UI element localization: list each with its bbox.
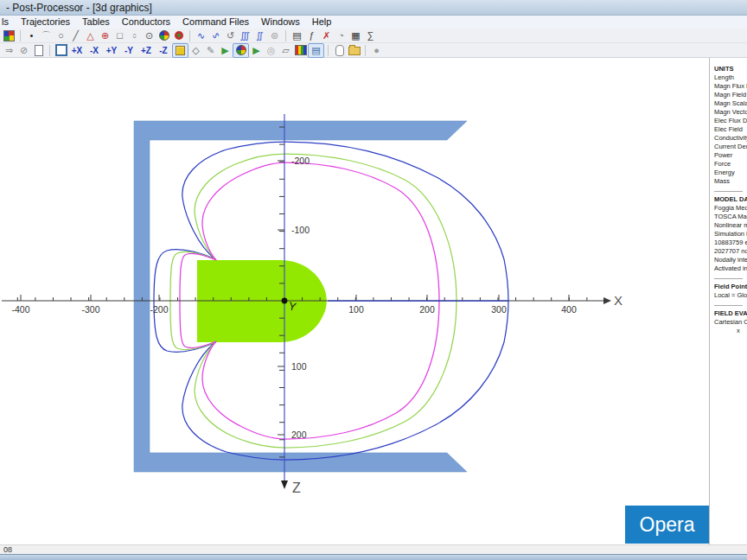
point-icon[interactable]: • bbox=[24, 29, 39, 42]
sphere-icon[interactable]: ⊙ bbox=[142, 29, 156, 42]
panel-row: Cartesian C bbox=[714, 318, 743, 327]
panel-row: Nodally inter bbox=[714, 256, 743, 264]
panel-row: Magn Flux D bbox=[714, 82, 743, 91]
contour-plot-icon-glyph bbox=[159, 30, 169, 41]
toolbar-separator bbox=[49, 45, 50, 56]
function-icon[interactable]: ƒ bbox=[304, 29, 319, 42]
volume-integral-icon[interactable]: ∭ bbox=[238, 29, 252, 42]
ring-icon[interactable] bbox=[171, 29, 186, 42]
x-axis-tick-label: 400 bbox=[561, 304, 577, 315]
window-title: - Post-Processor - [3d graphics] bbox=[6, 2, 152, 14]
view-minus-z-button[interactable]: -Z bbox=[155, 44, 172, 57]
document-icon-glyph bbox=[35, 45, 43, 56]
field-line-icon[interactable]: ∿ bbox=[194, 29, 208, 42]
z-axis-label: Z bbox=[292, 480, 301, 495]
panel-row: x bbox=[714, 327, 743, 335]
ellipse-icon[interactable]: ○ bbox=[130, 29, 140, 42]
search-icon[interactable]: ⊚ bbox=[267, 29, 282, 42]
panel-row: Magn Vector bbox=[714, 108, 743, 117]
sum-icon[interactable]: ∑ bbox=[363, 29, 378, 42]
z-axis-tick-label: -100 bbox=[291, 225, 310, 235]
z-axis-tick-label: -200 bbox=[291, 156, 310, 166]
x-axis-label: X bbox=[614, 293, 622, 308]
arc-icon[interactable]: ⌒ bbox=[39, 29, 54, 42]
box-icon[interactable]: □ bbox=[112, 29, 127, 42]
patch-icon[interactable]: △ bbox=[83, 29, 98, 42]
view-plus-x-button[interactable]: +X bbox=[68, 44, 86, 57]
menu-item-conductors[interactable]: Conductors bbox=[116, 16, 176, 29]
pencil-icon[interactable]: ✎ bbox=[203, 44, 218, 57]
panel-row: Energy bbox=[714, 169, 743, 177]
plot-canvas[interactable]: -400-300-200100200300400X-200-100100200Z… bbox=[0, 58, 709, 544]
panel-row: Magn Scalar bbox=[714, 99, 743, 108]
record-icon[interactable]: ● bbox=[369, 44, 384, 57]
z-axis-tick-label: 200 bbox=[291, 430, 307, 440]
application-window: - Post-Processor - [3d graphics] lsTraje… bbox=[0, 0, 747, 560]
section-plane-icon[interactable]: ▱ bbox=[278, 44, 293, 57]
fit-view-icon[interactable] bbox=[54, 44, 68, 57]
shaded-plot-icon[interactable] bbox=[233, 43, 249, 58]
mouse-icon[interactable] bbox=[332, 44, 347, 57]
panel-row: Force bbox=[714, 160, 743, 169]
toolbar-separator bbox=[365, 45, 366, 56]
menu-item-command-files[interactable]: Command Files bbox=[176, 16, 255, 29]
legend-icon[interactable] bbox=[293, 44, 308, 57]
panel-header: FIELD EVAL bbox=[714, 309, 743, 318]
legend-icon-glyph bbox=[295, 45, 307, 55]
view-plus-y-button[interactable]: +Y bbox=[103, 44, 120, 57]
target-icon[interactable]: ◎ bbox=[264, 44, 278, 57]
mesh-icon[interactable]: ⊕ bbox=[98, 29, 112, 42]
calculator-icon[interactable]: ▤ bbox=[290, 29, 304, 42]
circle-icon[interactable]: ○ bbox=[54, 29, 68, 42]
panel-row: Current Den bbox=[714, 143, 743, 151]
document-icon[interactable] bbox=[31, 44, 46, 57]
app-colors-icon[interactable] bbox=[2, 29, 16, 42]
pin-icon[interactable]: ✗ bbox=[319, 29, 334, 42]
x-axis-arrow bbox=[603, 297, 611, 304]
x-axis-tick-label: 300 bbox=[491, 304, 507, 315]
app-colors-icon-glyph bbox=[3, 30, 15, 41]
menu-item-tables[interactable]: Tables bbox=[76, 16, 116, 29]
view-plus-z-button[interactable]: +Z bbox=[137, 44, 155, 57]
menu-item-ls[interactable]: ls bbox=[0, 16, 15, 29]
z-axis-tick-label: 100 bbox=[291, 361, 307, 372]
panel-header: UNITS bbox=[714, 65, 743, 73]
opera-logo-label: Opera bbox=[640, 513, 695, 536]
toolbar-draw: •⌒○╱△⊕□○⊙∿∿↺∭∬⊚▤ƒ✗◔▦∑ bbox=[0, 29, 747, 43]
menu-item-help[interactable]: Help bbox=[306, 16, 338, 29]
panel-header: MODEL DAT bbox=[714, 195, 743, 204]
panel-row: Nonlinear ma bbox=[714, 221, 743, 230]
eraser-icon[interactable]: ⊘ bbox=[16, 44, 31, 57]
wire-cube-icon[interactable]: ◇ bbox=[188, 44, 203, 57]
contour-plot-icon[interactable] bbox=[156, 29, 171, 42]
panel-row: Magn Field bbox=[714, 91, 743, 99]
ring-icon-glyph bbox=[175, 31, 183, 40]
panel-section-model-dat: MODEL DATFoggia MedicTOSCA MagnNonlinear… bbox=[714, 191, 743, 273]
table-icon[interactable]: ▦ bbox=[348, 29, 363, 42]
view-minus-y-button[interactable]: -Y bbox=[120, 44, 137, 57]
line-icon[interactable]: ╱ bbox=[68, 29, 83, 42]
panel-row: Mass bbox=[714, 177, 743, 186]
shaded-plot-icon-glyph bbox=[236, 45, 246, 55]
surface-integral-icon[interactable]: ∬ bbox=[252, 29, 267, 42]
iso-view-icon[interactable] bbox=[172, 43, 188, 58]
redraw-icon[interactable]: ▶ bbox=[218, 44, 233, 57]
x-axis-tick-label: 200 bbox=[419, 304, 435, 315]
window-bottom-edge bbox=[0, 554, 747, 560]
menu-item-trajectories[interactable]: Trajectories bbox=[15, 16, 76, 29]
toolbar-separator bbox=[328, 45, 329, 56]
menu-item-windows[interactable]: Windows bbox=[255, 16, 306, 29]
forward-arrow-icon[interactable]: ⇒ bbox=[2, 44, 16, 57]
panel-row: Local = Glob bbox=[714, 291, 743, 300]
open-file-icon[interactable] bbox=[347, 44, 361, 57]
panel-row: Activated in bbox=[714, 264, 743, 273]
rotate-icon[interactable]: ↺ bbox=[223, 29, 238, 42]
report-icon[interactable]: ▤ bbox=[308, 43, 324, 58]
clock-icon[interactable]: ◔ bbox=[334, 29, 348, 42]
title-bar[interactable]: - Post-Processor - [3d graphics] bbox=[0, 0, 747, 16]
view-minus-x-button[interactable]: -X bbox=[86, 44, 103, 57]
field-line-alt-icon[interactable]: ∿ bbox=[208, 29, 223, 42]
toolbar-separator bbox=[189, 30, 190, 41]
z-axis-arrow bbox=[281, 480, 288, 489]
play-icon[interactable]: ▶ bbox=[249, 44, 264, 57]
